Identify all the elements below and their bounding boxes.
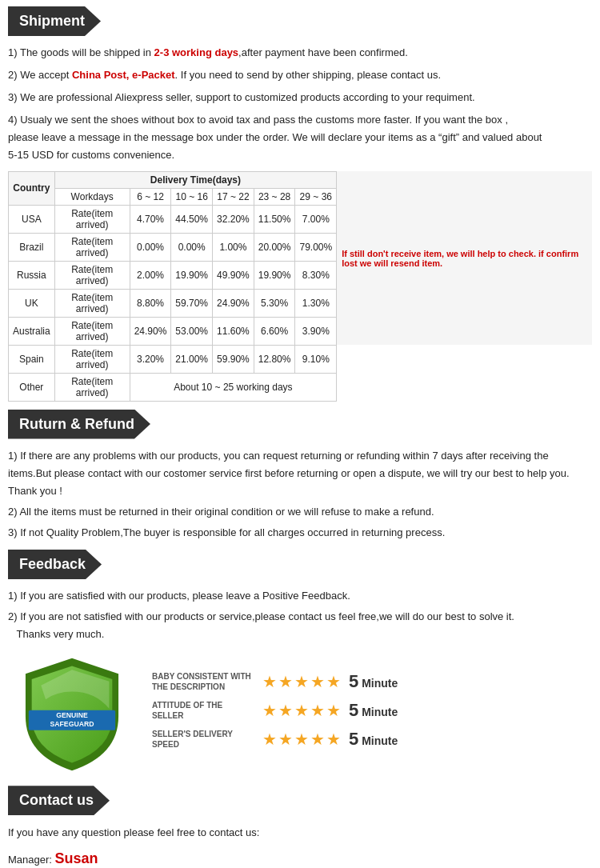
rating-label-2: ATTITUDE OF THE SELLER [152, 700, 256, 721]
star-1-1: ★ [262, 672, 277, 691]
svg-text:GENUINE: GENUINE [56, 712, 88, 720]
stars-2: ★ ★ ★ ★ ★ [262, 701, 342, 720]
minute-2: 5 Minute [349, 700, 398, 721]
star-1-4: ★ [310, 672, 325, 691]
rating-label-3: SELLER'S DELIVERY SPEED [152, 729, 256, 750]
minute-3: 5 Minute [349, 729, 398, 750]
star-2-5: ★ [326, 701, 341, 720]
shipment-header: Shipment [8, 6, 101, 36]
rating-row-1: BABY CONSISTENT WITH THE DESCRIPTION ★ ★… [152, 671, 592, 692]
star-3-5: ★ [326, 730, 341, 749]
shipment-line-4: 4) Usualy we sent the shoes without box … [8, 111, 592, 164]
star-3-4: ★ [310, 730, 325, 749]
return-section: Ruturn & Refund 1) If there are any prob… [8, 410, 592, 542]
return-line-1: 1) If there are any problems with our pr… [8, 447, 592, 500]
star-3-1: ★ [262, 730, 277, 749]
table-country-header: Country [9, 171, 55, 205]
shield-container: GENUINE SAFEGUARD [8, 654, 136, 774]
return-line-2: 2) All the items must be returned in the… [8, 503, 592, 521]
feedback-section: Feedback 1) If you are satisfied with ou… [8, 550, 592, 774]
shipping-method-highlight: China Post, e-Packet [72, 69, 175, 81]
rating-row-2: ATTITUDE OF THE SELLER ★ ★ ★ ★ ★ 5 Minut… [152, 700, 592, 721]
delivery-table: Country Delivery Time(days) If still don… [8, 171, 592, 402]
return-header: Ruturn & Refund [8, 410, 150, 439]
contact-header: Contact us [8, 786, 110, 815]
rating-label-1: BABY CONSISTENT WITH THE DESCRIPTION [152, 671, 256, 692]
contact-manager: Manager: Susan [8, 846, 592, 868]
working-days-highlight: 2-3 working days [154, 46, 238, 58]
star-2-4: ★ [310, 701, 325, 720]
table-note: If still don't receive item, we will hel… [337, 171, 592, 345]
stars-3: ★ ★ ★ ★ ★ [262, 730, 342, 749]
star-1-2: ★ [278, 672, 293, 691]
return-line-3: 3) If not Quality Problem,The buyer is r… [8, 524, 592, 542]
shipment-line-3: 3) We are professional Aliexpress seller… [8, 89, 592, 106]
shield-icon: GENUINE SAFEGUARD [16, 654, 128, 774]
star-2-3: ★ [294, 701, 309, 720]
shipment-line-2: 2) We accept China Post, e-Packet. If yo… [8, 66, 592, 84]
table-workdays: Workdays [54, 188, 130, 205]
minute-1: 5 Minute [349, 671, 398, 692]
table-delivery-header: Delivery Time(days) [54, 171, 336, 188]
star-1-5: ★ [326, 672, 341, 691]
svg-text:SAFEGUARD: SAFEGUARD [50, 720, 94, 728]
star-3-2: ★ [278, 730, 293, 749]
stars-1: ★ ★ ★ ★ ★ [262, 672, 342, 691]
star-3-3: ★ [294, 730, 309, 749]
ratings-table: BABY CONSISTENT WITH THE DESCRIPTION ★ ★… [152, 671, 592, 758]
shipment-section: Shipment 1) The goods will be shipped in… [8, 6, 592, 402]
contact-intro: If you have any question please feel fre… [8, 823, 592, 842]
star-1-3: ★ [294, 672, 309, 691]
feedback-header: Feedback [8, 550, 102, 579]
star-2-2: ★ [278, 701, 293, 720]
contact-manager-name: Susan [55, 850, 98, 866]
contact-section: Contact us If you have any question plea… [8, 786, 592, 868]
rating-row-3: SELLER'S DELIVERY SPEED ★ ★ ★ ★ ★ 5 Minu… [152, 729, 592, 750]
star-2-1: ★ [262, 701, 277, 720]
feedback-line-2: 2) If you are not satisfied with our pro… [8, 608, 592, 643]
rating-area: GENUINE SAFEGUARD BABY CONSISTENT WITH T… [8, 654, 592, 774]
feedback-line-1: 1) If you are satisfied with our product… [8, 587, 592, 605]
shipment-line-1: 1) The goods will be shipped in 2-3 work… [8, 44, 592, 62]
